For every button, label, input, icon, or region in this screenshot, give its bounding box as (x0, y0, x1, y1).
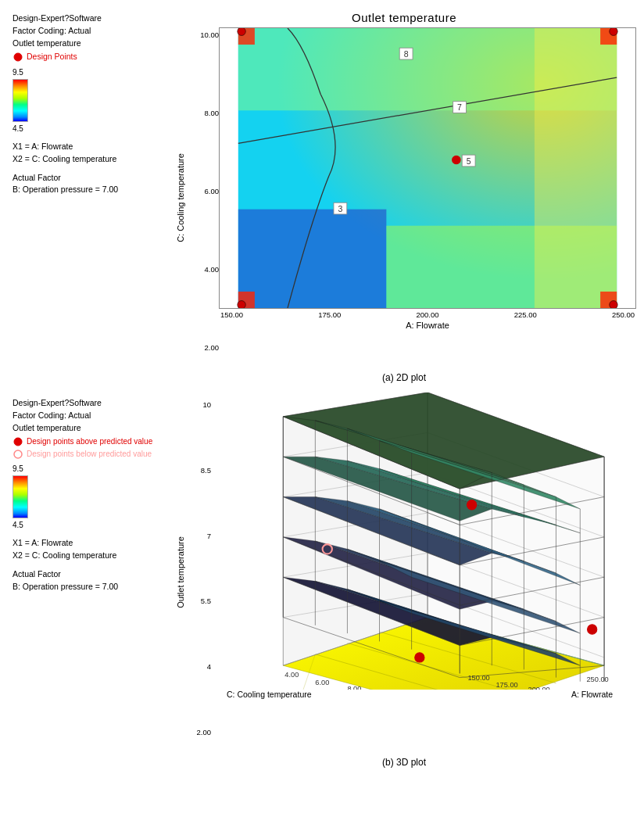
svg-point-13 (238, 301, 246, 309)
b-label-3d: B: Operation pressure = 7.00 (13, 581, 167, 593)
x-tick-4: 225.00 (514, 310, 537, 319)
x-axis-label-3d: A: Flowrate (571, 690, 613, 699)
z-tick-4: 7 (189, 532, 211, 540)
svg-rect-6 (535, 28, 617, 308)
plot-3d-container: Outlet temperature 10 8.5 7 5.5 4 2.00 (172, 392, 636, 768)
x-tick-1: 150.00 (220, 310, 243, 319)
x2-label-2d: X2 = C: Cooling temperature (13, 153, 167, 166)
z-tick-2: 4 (189, 662, 211, 671)
svg-text:3: 3 (338, 204, 342, 213)
caption-2d: (a) 2D plot (382, 372, 426, 383)
plot-2d-svg: 8 7 5 3 (219, 27, 636, 309)
factor-coding-2d: Factor Coding: Actual (13, 25, 167, 38)
y-axis-label-2d: C: Cooling temperature (176, 153, 185, 242)
x-axis-label-2d: A: Flowrate (219, 321, 636, 330)
svg-point-25 (14, 450, 22, 458)
plot-2d-container: Outlet temperature C: Cooling temperatur… (172, 8, 636, 383)
y-tick-4: 8.00 (189, 109, 219, 117)
svg-text:6.00: 6.00 (315, 679, 329, 686)
x-tick-2: 175.00 (318, 310, 341, 319)
factor-coding-3d: Factor Coding: Actual (13, 410, 167, 422)
x1-label-3d: X1 = A: Flowrate (13, 537, 167, 550)
x-tick-5: 250.00 (612, 310, 635, 319)
software-name-2d: Design-Expert?Software (13, 13, 167, 25)
svg-point-19 (453, 156, 461, 164)
svg-point-14 (610, 301, 618, 309)
x1-label-2d: X1 = A: Flowrate (13, 141, 167, 153)
z-axis-label-3d: Outlet temperature (176, 536, 185, 608)
plot-3d-svg: 150.00 175.00 200.00 225.00 250.00 4.00 … (211, 392, 636, 690)
x2-label-3d: X2 = C: Cooling temperature (13, 550, 167, 562)
svg-text:4.00: 4.00 (284, 671, 299, 679)
plot-2d-title: Outlet temperature (352, 11, 456, 24)
svg-text:150.00: 150.00 (467, 674, 489, 682)
b-label-2d: B: Operation pressure = 7.00 (13, 184, 167, 196)
response-2d: Outlet temperature (13, 38, 167, 50)
z-tick-5: 8.5 (189, 466, 211, 475)
svg-point-92 (588, 625, 597, 634)
y-tick-2: 4.00 (189, 265, 219, 274)
colorbar-low-2d: 4.5 (13, 123, 23, 134)
actual-factor-3d: Actual Factor (13, 568, 167, 581)
svg-text:175.00: 175.00 (496, 681, 517, 689)
x-tick-3: 200.00 (416, 310, 438, 319)
y-tick-1: 2.00 (189, 343, 219, 352)
colorbar-low-3d: 4.5 (13, 519, 23, 531)
svg-point-12 (610, 27, 618, 35)
colorbar-high-2d: 9.5 (13, 66, 23, 78)
svg-text:5: 5 (467, 156, 471, 166)
design-points-label-2d: Design Points (27, 51, 77, 63)
svg-point-11 (238, 27, 246, 35)
svg-text:250.00: 250.00 (586, 676, 608, 683)
z-tick-6: 10 (189, 400, 211, 409)
y-tick-3: 6.00 (189, 187, 219, 195)
legend-2d: Design-Expert?Software Factor Coding: Ac… (8, 8, 172, 199)
svg-point-0 (14, 53, 22, 61)
legend-3d: Design-Expert?Software Factor Coding: Ac… (8, 392, 172, 596)
y-tick-5: 10.00 (189, 30, 219, 39)
svg-point-24 (14, 438, 22, 446)
z-tick-1: 2.00 (189, 728, 211, 736)
below-label-3d: Design points below predicted value (27, 448, 152, 460)
svg-point-91 (467, 500, 476, 510)
y-axis-label-3d: C: Cooling temperature (227, 690, 312, 699)
svg-text:7: 7 (457, 102, 462, 112)
above-label-3d: Design points above predicted value (27, 435, 152, 447)
svg-text:8: 8 (404, 49, 409, 59)
colorbar-high-3d: 9.5 (13, 463, 23, 475)
caption-3d: (b) 3D plot (382, 757, 426, 768)
software-name-3d: Design-Expert?Software (13, 397, 167, 410)
response-3d: Outlet temperature (13, 422, 167, 435)
actual-factor-2d: Actual Factor (13, 172, 167, 185)
z-tick-3: 5.5 (189, 597, 211, 605)
svg-point-93 (415, 653, 424, 662)
